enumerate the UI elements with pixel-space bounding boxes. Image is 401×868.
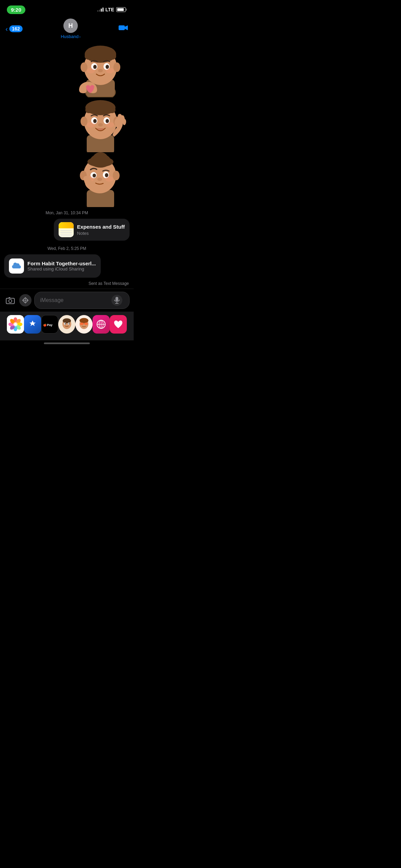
- dock-appstore-icon[interactable]: [24, 315, 41, 334]
- input-bar: iMessage: [0, 289, 134, 312]
- notes-share-bubble[interactable]: Expenses and Stuff Notes: [54, 219, 130, 241]
- signal-bar-2: [99, 10, 100, 12]
- svg-point-66: [13, 322, 18, 327]
- timestamp-feb2: Wed, Feb 2, 5:25 PM: [0, 243, 134, 254]
- status-right: LTE: [97, 7, 127, 12]
- battery-body: [116, 7, 126, 12]
- svg-point-14: [87, 68, 95, 73]
- timestamp-jan31: Mon, Jan 31, 10:34 PM: [0, 207, 134, 218]
- dock-photos-icon[interactable]: [7, 315, 24, 334]
- contact-header[interactable]: H Husband ›: [61, 19, 81, 39]
- icloud-share-subtitle: Shared using iCloud Sharing: [27, 266, 96, 272]
- camera-button[interactable]: [4, 294, 16, 306]
- svg-point-50: [9, 300, 12, 303]
- svg-point-47: [105, 176, 113, 182]
- apps-button[interactable]: [19, 294, 32, 306]
- svg-point-75: [69, 323, 70, 325]
- icloud-app-icon: [9, 258, 24, 274]
- svg-rect-49: [6, 298, 14, 304]
- dock-web-search-icon[interactable]: [93, 315, 110, 334]
- notes-share-text: Expenses and Stuff Notes: [77, 224, 125, 236]
- svg-point-21: [81, 117, 87, 126]
- home-bar: [0, 340, 134, 348]
- dock-heart-icon[interactable]: [110, 315, 127, 334]
- svg-point-40: [113, 171, 120, 180]
- svg-point-78: [80, 318, 88, 323]
- carrier-label: LTE: [106, 7, 114, 12]
- notes-share-title: Expenses and Stuff: [77, 224, 125, 230]
- svg-point-43: [93, 174, 96, 178]
- memoji-heart-hands: [71, 43, 130, 97]
- signal-bars: [97, 8, 104, 12]
- input-placeholder: iMessage: [40, 297, 63, 303]
- svg-text:🍎: 🍎: [43, 323, 47, 327]
- video-call-button[interactable]: [119, 24, 128, 33]
- dock: 🍎 Pay: [0, 312, 134, 340]
- battery: [116, 7, 127, 12]
- icloud-share-title: Form Habit Together-userl...: [27, 261, 96, 266]
- notes-share-subtitle: Notes: [77, 231, 125, 236]
- status-time: 9:20: [7, 5, 25, 14]
- message-row-icloud[interactable]: Form Habit Together-userl... Shared usin…: [0, 254, 134, 278]
- memoji-container: [0, 43, 134, 207]
- status-bar: 9:20 LTE: [0, 0, 134, 17]
- dock-memoji-boy-icon[interactable]: [58, 315, 75, 334]
- contact-name: Husband ›: [61, 34, 81, 39]
- memoji-thinking: [71, 152, 130, 207]
- svg-point-28: [87, 122, 95, 128]
- svg-point-27: [98, 123, 103, 126]
- svg-point-7: [81, 62, 87, 72]
- svg-point-71: [63, 318, 71, 323]
- svg-text:Pay: Pay: [47, 323, 52, 327]
- svg-point-15: [106, 68, 114, 73]
- svg-point-13: [98, 69, 103, 72]
- svg-rect-80: [85, 323, 88, 325]
- battery-fill: [117, 8, 124, 11]
- svg-rect-51: [9, 297, 10, 299]
- contact-chevron-icon: ›: [79, 35, 81, 39]
- back-button[interactable]: ‹ 162: [5, 25, 23, 33]
- back-count-badge: 162: [9, 25, 23, 32]
- chat-area: Mon, Jan 31, 10:34 PM Expenses: [0, 43, 134, 289]
- nav-header: ‹ 162 H Husband ›: [0, 17, 134, 43]
- dock-applepay-icon[interactable]: 🍎 Pay: [41, 315, 58, 334]
- svg-point-29: [106, 122, 114, 128]
- icloud-share-text: Form Habit Together-userl... Shared usin…: [27, 261, 96, 272]
- memoji-wave: [71, 97, 130, 152]
- back-chevron-icon: ‹: [5, 25, 8, 33]
- svg-rect-79: [80, 323, 83, 325]
- home-indicator: [44, 342, 90, 344]
- svg-point-74: [65, 323, 66, 325]
- dock-memoji-girl-icon[interactable]: [75, 315, 93, 334]
- signal-bar-3: [101, 9, 102, 12]
- battery-tip: [126, 9, 127, 11]
- avatar: H: [63, 19, 78, 33]
- svg-point-48: [83, 176, 90, 181]
- svg-rect-0: [119, 25, 125, 30]
- svg-point-11: [93, 65, 97, 69]
- message-input[interactable]: iMessage: [34, 292, 130, 309]
- audio-button[interactable]: [111, 295, 122, 306]
- svg-rect-54: [116, 297, 118, 301]
- svg-point-38: [93, 152, 108, 165]
- signal-bar-1: [97, 10, 98, 12]
- svg-point-45: [97, 178, 102, 181]
- sent-as-text: Sent as Text Message: [0, 280, 134, 289]
- svg-rect-6: [85, 53, 116, 60]
- message-row-notes[interactable]: Expenses and Stuff Notes: [0, 218, 134, 241]
- svg-rect-20: [85, 107, 116, 113]
- svg-point-8: [113, 62, 120, 72]
- signal-bar-4: [102, 8, 104, 12]
- svg-point-25: [93, 119, 97, 123]
- icloud-share-bubble[interactable]: Form Habit Together-userl... Shared usin…: [4, 254, 101, 278]
- notes-app-icon: [59, 222, 74, 237]
